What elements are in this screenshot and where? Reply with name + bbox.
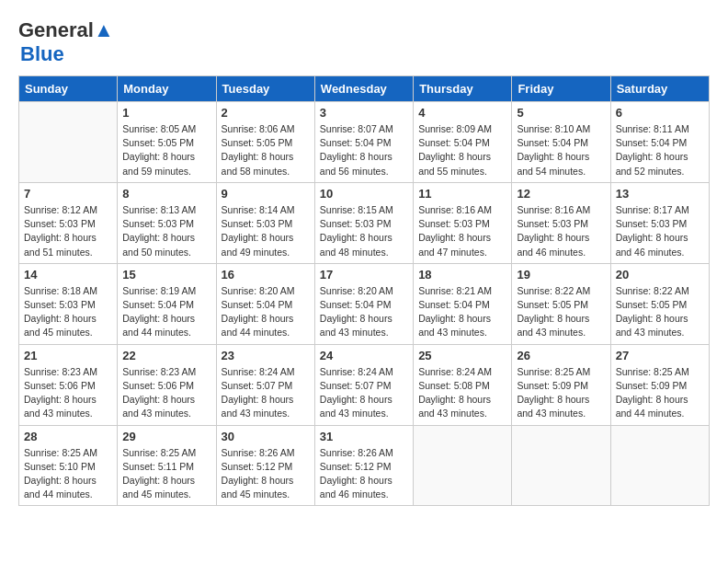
calendar-cell: 8Sunrise: 8:13 AMSunset: 5:03 PMDaylight… — [118, 182, 216, 263]
day-number: 11 — [418, 187, 506, 201]
calendar-cell: 17Sunrise: 8:20 AMSunset: 5:04 PMDayligh… — [314, 263, 413, 344]
calendar-cell: 6Sunrise: 8:11 AMSunset: 5:04 PMDaylight… — [610, 102, 709, 183]
logo: General▲ Blue — [18, 18, 114, 66]
day-number: 6 — [616, 106, 704, 120]
weekday-header-saturday: Saturday — [610, 76, 709, 102]
day-info: Sunrise: 8:14 AMSunset: 5:03 PMDaylight:… — [222, 203, 310, 259]
weekday-header-wednesday: Wednesday — [314, 76, 413, 102]
calendar-cell: 24Sunrise: 8:24 AMSunset: 5:07 PMDayligh… — [314, 344, 413, 425]
day-info: Sunrise: 8:23 AMSunset: 5:06 PMDaylight:… — [24, 365, 112, 421]
calendar-cell: 1Sunrise: 8:05 AMSunset: 5:05 PMDaylight… — [118, 102, 216, 183]
day-info: Sunrise: 8:05 AMSunset: 5:05 PMDaylight:… — [122, 122, 210, 178]
day-info: Sunrise: 8:26 AMSunset: 5:12 PMDaylight:… — [320, 446, 408, 502]
logo-subtext: Blue — [20, 42, 64, 66]
calendar-cell — [512, 425, 610, 506]
calendar-cell: 12Sunrise: 8:16 AMSunset: 5:03 PMDayligh… — [512, 182, 610, 263]
calendar-cell — [414, 425, 512, 506]
day-number: 1 — [122, 106, 210, 120]
weekday-header-monday: Monday — [118, 76, 216, 102]
calendar-header-row: SundayMondayTuesdayWednesdayThursdayFrid… — [19, 76, 710, 102]
calendar-cell: 28Sunrise: 8:25 AMSunset: 5:10 PMDayligh… — [19, 425, 118, 506]
calendar-cell: 7Sunrise: 8:12 AMSunset: 5:03 PMDaylight… — [19, 182, 118, 263]
calendar-cell — [19, 102, 118, 183]
calendar-cell: 4Sunrise: 8:09 AMSunset: 5:04 PMDaylight… — [414, 102, 512, 183]
calendar-cell: 13Sunrise: 8:17 AMSunset: 5:03 PMDayligh… — [610, 182, 709, 263]
day-number: 12 — [517, 187, 605, 201]
calendar-cell: 29Sunrise: 8:25 AMSunset: 5:11 PMDayligh… — [118, 425, 216, 506]
day-info: Sunrise: 8:25 AMSunset: 5:10 PMDaylight:… — [24, 446, 112, 502]
calendar-cell: 18Sunrise: 8:21 AMSunset: 5:04 PMDayligh… — [414, 263, 512, 344]
page-header: General▲ Blue — [18, 18, 710, 66]
day-info: Sunrise: 8:25 AMSunset: 5:09 PMDaylight:… — [616, 365, 704, 421]
day-info: Sunrise: 8:11 AMSunset: 5:04 PMDaylight:… — [616, 122, 704, 178]
day-info: Sunrise: 8:13 AMSunset: 5:03 PMDaylight:… — [122, 203, 210, 259]
day-info: Sunrise: 8:20 AMSunset: 5:04 PMDaylight:… — [320, 284, 408, 340]
day-info: Sunrise: 8:06 AMSunset: 5:05 PMDaylight:… — [222, 122, 310, 178]
logo-text: General▲ — [18, 18, 114, 42]
day-number: 7 — [24, 187, 112, 201]
weekday-header-thursday: Thursday — [414, 76, 512, 102]
day-number: 31 — [320, 430, 408, 443]
day-number: 18 — [418, 268, 506, 282]
calendar-cell: 27Sunrise: 8:25 AMSunset: 5:09 PMDayligh… — [610, 344, 709, 425]
day-number: 13 — [616, 187, 704, 201]
day-number: 20 — [616, 268, 704, 282]
calendar-cell: 3Sunrise: 8:07 AMSunset: 5:04 PMDaylight… — [314, 102, 413, 183]
day-number: 30 — [222, 430, 310, 443]
day-info: Sunrise: 8:18 AMSunset: 5:03 PMDaylight:… — [24, 284, 112, 340]
day-number: 29 — [122, 430, 210, 443]
day-info: Sunrise: 8:07 AMSunset: 5:04 PMDaylight:… — [320, 122, 408, 178]
calendar-cell: 10Sunrise: 8:15 AMSunset: 5:03 PMDayligh… — [314, 182, 413, 263]
day-info: Sunrise: 8:16 AMSunset: 5:03 PMDaylight:… — [418, 203, 506, 259]
day-info: Sunrise: 8:26 AMSunset: 5:12 PMDaylight:… — [222, 446, 310, 502]
day-number: 23 — [222, 349, 310, 362]
day-number: 27 — [616, 349, 704, 362]
day-number: 9 — [222, 187, 310, 201]
calendar-cell: 21Sunrise: 8:23 AMSunset: 5:06 PMDayligh… — [19, 344, 118, 425]
day-info: Sunrise: 8:19 AMSunset: 5:04 PMDaylight:… — [122, 284, 210, 340]
calendar-cell: 5Sunrise: 8:10 AMSunset: 5:04 PMDaylight… — [512, 102, 610, 183]
calendar-cell: 16Sunrise: 8:20 AMSunset: 5:04 PMDayligh… — [216, 263, 314, 344]
calendar-week-2: 7Sunrise: 8:12 AMSunset: 5:03 PMDaylight… — [19, 182, 710, 263]
calendar-cell: 11Sunrise: 8:16 AMSunset: 5:03 PMDayligh… — [414, 182, 512, 263]
day-number: 26 — [517, 349, 605, 362]
weekday-header-friday: Friday — [512, 76, 610, 102]
day-info: Sunrise: 8:10 AMSunset: 5:04 PMDaylight:… — [517, 122, 605, 178]
calendar-table: SundayMondayTuesdayWednesdayThursdayFrid… — [18, 75, 710, 506]
day-info: Sunrise: 8:21 AMSunset: 5:04 PMDaylight:… — [418, 284, 506, 340]
day-info: Sunrise: 8:15 AMSunset: 5:03 PMDaylight:… — [320, 203, 408, 259]
day-info: Sunrise: 8:20 AMSunset: 5:04 PMDaylight:… — [222, 284, 310, 340]
day-number: 28 — [24, 430, 112, 443]
calendar-cell: 19Sunrise: 8:22 AMSunset: 5:05 PMDayligh… — [512, 263, 610, 344]
day-number: 22 — [122, 349, 210, 362]
day-number: 8 — [122, 187, 210, 201]
day-number: 14 — [24, 268, 112, 282]
calendar-cell: 25Sunrise: 8:24 AMSunset: 5:08 PMDayligh… — [414, 344, 512, 425]
day-info: Sunrise: 8:16 AMSunset: 5:03 PMDaylight:… — [517, 203, 605, 259]
day-number: 5 — [517, 106, 605, 120]
day-info: Sunrise: 8:12 AMSunset: 5:03 PMDaylight:… — [24, 203, 112, 259]
calendar-cell: 30Sunrise: 8:26 AMSunset: 5:12 PMDayligh… — [216, 425, 314, 506]
calendar-cell — [610, 425, 709, 506]
calendar-week-5: 28Sunrise: 8:25 AMSunset: 5:10 PMDayligh… — [19, 425, 710, 506]
day-number: 25 — [418, 349, 506, 362]
calendar-cell: 14Sunrise: 8:18 AMSunset: 5:03 PMDayligh… — [19, 263, 118, 344]
day-info: Sunrise: 8:17 AMSunset: 5:03 PMDaylight:… — [616, 203, 704, 259]
day-number: 4 — [418, 106, 506, 120]
weekday-header-tuesday: Tuesday — [216, 76, 314, 102]
day-info: Sunrise: 8:24 AMSunset: 5:08 PMDaylight:… — [418, 365, 506, 421]
day-number: 15 — [122, 268, 210, 282]
day-info: Sunrise: 8:24 AMSunset: 5:07 PMDaylight:… — [320, 365, 408, 421]
day-number: 17 — [320, 268, 408, 282]
calendar-cell: 26Sunrise: 8:25 AMSunset: 5:09 PMDayligh… — [512, 344, 610, 425]
calendar-week-4: 21Sunrise: 8:23 AMSunset: 5:06 PMDayligh… — [19, 344, 710, 425]
day-number: 10 — [320, 187, 408, 201]
calendar-week-1: 1Sunrise: 8:05 AMSunset: 5:05 PMDaylight… — [19, 102, 710, 183]
day-info: Sunrise: 8:22 AMSunset: 5:05 PMDaylight:… — [517, 284, 605, 340]
day-info: Sunrise: 8:25 AMSunset: 5:11 PMDaylight:… — [122, 446, 210, 502]
day-info: Sunrise: 8:23 AMSunset: 5:06 PMDaylight:… — [122, 365, 210, 421]
day-info: Sunrise: 8:09 AMSunset: 5:04 PMDaylight:… — [418, 122, 506, 178]
calendar-cell: 22Sunrise: 8:23 AMSunset: 5:06 PMDayligh… — [118, 344, 216, 425]
day-info: Sunrise: 8:22 AMSunset: 5:05 PMDaylight:… — [616, 284, 704, 340]
calendar-cell: 2Sunrise: 8:06 AMSunset: 5:05 PMDaylight… — [216, 102, 314, 183]
